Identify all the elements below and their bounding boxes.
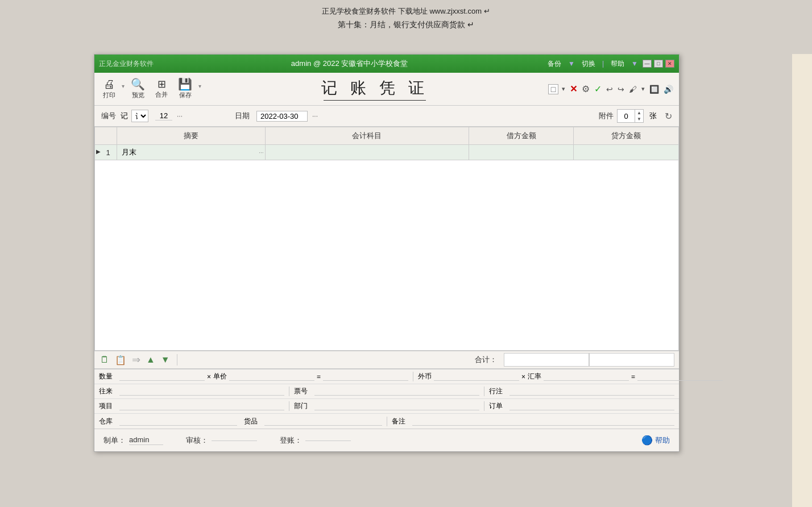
preview-icon: 🔍	[131, 78, 145, 90]
merge-button[interactable]: ⊞ 合并	[151, 77, 172, 101]
col-summary: 摘要	[117, 127, 266, 145]
from-input[interactable]	[119, 387, 284, 396]
row-number: ▶ 1	[95, 145, 117, 160]
settings-icon[interactable]: ⚙	[581, 82, 591, 95]
summary-dots[interactable]: ···	[259, 149, 263, 156]
print-icon: 🖨	[103, 78, 115, 90]
summary-input[interactable]	[140, 145, 263, 160]
main-toolbar: 🖨 打印 ▾ 🔍 预览 ⊞ 合并 💾 保存 ▾ 记 账 凭 证	[94, 73, 679, 106]
table-header: 摘要 会计科目 借方金额 贷方金额	[95, 127, 679, 145]
undo-icon[interactable]: ↩	[605, 84, 614, 95]
debit-cell[interactable]	[469, 145, 574, 160]
save-button[interactable]: 💾 保存	[174, 77, 196, 101]
from-label: 往来	[99, 387, 119, 396]
quantity-label: 数量	[99, 372, 119, 381]
info-icon[interactable]: 🔲	[648, 84, 660, 95]
order-input[interactable]	[509, 402, 674, 410]
help-text: 帮助	[655, 435, 670, 446]
header-row: 摘要 会计科目 借方金额 贷方金额	[95, 127, 679, 145]
ticket-label: 票号	[294, 387, 314, 396]
save-label: 保存	[179, 91, 192, 99]
preview-button[interactable]: 🔍 预览	[127, 77, 149, 101]
attachment-value: 0	[618, 111, 635, 121]
move-right-icon[interactable]: ⇒	[131, 352, 142, 367]
merge-label: 合并	[155, 90, 168, 99]
exchange-amount-input[interactable]	[637, 372, 723, 381]
date-dots[interactable]: ···	[312, 112, 318, 120]
print-dropdown-arrow[interactable]: ▾	[122, 83, 125, 89]
amount-input[interactable]	[323, 372, 408, 381]
account-input[interactable]	[270, 148, 464, 157]
attachment-up-arrow[interactable]: ▲	[635, 110, 643, 116]
remark1-input[interactable]	[509, 387, 674, 396]
new-arrow[interactable]: ▾	[561, 84, 566, 94]
dept-group: 部门	[289, 401, 484, 411]
attachment-field: 附件 0 ▲ ▼ 张 ↻	[599, 109, 672, 123]
type-select[interactable]: 记	[131, 110, 148, 122]
currency-input[interactable]	[434, 372, 519, 381]
save-dropdown-arrow[interactable]: ▾	[198, 83, 201, 89]
col-debit: 借方金额	[469, 127, 574, 145]
cross2-sym: ×	[519, 373, 528, 381]
backup-button[interactable]: 备份	[545, 59, 564, 69]
minimize-button[interactable]: —	[643, 60, 652, 68]
date-field: 日期 2022-03-30 ···	[235, 111, 318, 122]
attachment-arrows: ▲ ▼	[635, 110, 643, 122]
form-header: 编号 记 记 12 ··· 日期 2022-03-30 ··· 附件 0 ▲	[94, 106, 679, 127]
number-label: 编号	[101, 111, 116, 121]
copy-row-icon[interactable]: 📋	[114, 354, 127, 367]
type-value: 记	[121, 111, 128, 121]
dept-input[interactable]	[314, 402, 479, 410]
ticket-input[interactable]	[314, 387, 479, 396]
refresh-icon[interactable]: ↻	[665, 111, 672, 122]
attachment-down-arrow[interactable]: ▼	[635, 116, 643, 122]
move-down-green-icon[interactable]: ▼	[160, 354, 171, 366]
save-icon: 💾	[178, 78, 192, 90]
note-input[interactable]	[412, 417, 675, 426]
extra-fields-section: 数量 × 单价 = 外币 × 汇率 =	[94, 369, 679, 429]
redo-icon[interactable]: ↪	[616, 84, 625, 95]
maximize-button[interactable]: □	[654, 60, 663, 68]
new-doc-icon[interactable]: □	[548, 84, 558, 94]
ticket-group: 票号	[289, 387, 484, 396]
unit-price-label: 单价	[213, 372, 229, 381]
note-group: 备注	[387, 417, 680, 426]
title-bar: 正见金业财务软件 admin @ 2022 安徽省中小学校食堂 备份 ▼ 切换 …	[94, 55, 679, 73]
credit-cell[interactable]	[574, 145, 679, 160]
check-icon[interactable]: ✓	[593, 82, 603, 95]
account-cell[interactable]	[265, 145, 469, 160]
paint-arrow[interactable]: ▾	[640, 84, 646, 94]
reviewer-value	[212, 440, 257, 441]
note-label: 备注	[392, 417, 412, 426]
switch-button[interactable]: 切换	[579, 59, 598, 69]
close-icon: ✕	[668, 61, 672, 67]
exchange-label: 汇率	[528, 372, 544, 381]
preview-label: 预览	[132, 91, 144, 99]
col-account: 会计科目	[265, 127, 469, 145]
summary-cell[interactable]: 月末 ···	[117, 145, 266, 160]
goods-input[interactable]	[264, 417, 382, 426]
exchange-input[interactable]	[544, 372, 629, 381]
credit-input[interactable]	[578, 148, 674, 157]
bottom-toolbar-icons: 🗒 📋 ⇒ ▲ ▼	[99, 352, 180, 367]
help-button[interactable]: 🔵 帮助	[641, 435, 670, 446]
project-input[interactable]	[119, 402, 284, 410]
warehouse-input[interactable]	[119, 417, 237, 426]
unit-price-input[interactable]	[229, 372, 314, 381]
delete-icon[interactable]: ✕	[569, 82, 578, 95]
move-up-green-icon[interactable]: ▲	[145, 354, 156, 366]
debit-input[interactable]	[474, 148, 569, 157]
reviewer-field: 审核：	[186, 435, 257, 446]
maker-label: 制单：	[103, 435, 126, 446]
close-button[interactable]: ✕	[665, 60, 674, 68]
print-button[interactable]: 🖨 打印	[99, 77, 119, 101]
maker-value: admin	[129, 435, 163, 445]
quantity-input[interactable]	[119, 372, 205, 381]
titlebar-help-button[interactable]: 帮助	[608, 59, 627, 69]
number-dots[interactable]: ···	[177, 112, 183, 120]
add-row-icon[interactable]: 🗒	[99, 354, 110, 366]
col-num	[95, 127, 117, 145]
sound-icon[interactable]: 🔊	[662, 84, 674, 95]
paint-icon[interactable]: 🖌	[628, 84, 638, 95]
project-group: 项目	[94, 401, 289, 411]
